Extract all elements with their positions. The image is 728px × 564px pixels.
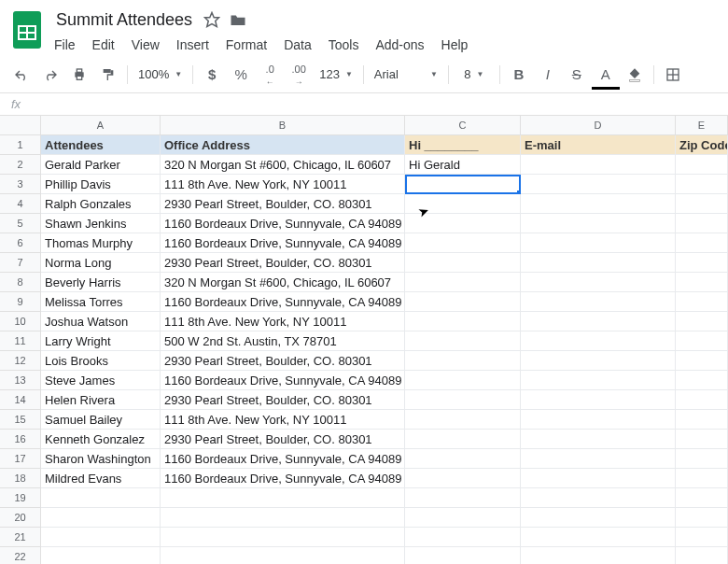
- cell[interactable]: [521, 469, 676, 488]
- menu-insert[interactable]: Insert: [176, 37, 209, 52]
- zoom-dropdown[interactable]: 100%▼: [133, 63, 188, 86]
- cell[interactable]: [676, 430, 728, 449]
- cell[interactable]: [676, 214, 728, 233]
- format-percent-button[interactable]: %: [227, 62, 255, 88]
- cell[interactable]: [676, 273, 728, 292]
- cell[interactable]: [405, 233, 521, 253]
- menu-help[interactable]: Help: [441, 37, 469, 52]
- cell[interactable]: [405, 449, 521, 469]
- cell[interactable]: [676, 351, 728, 371]
- cell[interactable]: [676, 508, 728, 528]
- cell[interactable]: [521, 155, 676, 175]
- cell[interactable]: Thomas Murphy: [41, 233, 161, 253]
- italic-button[interactable]: I: [534, 62, 562, 88]
- cell[interactable]: Beverly Harris: [41, 273, 161, 292]
- row-header[interactable]: 6: [0, 233, 41, 253]
- cell[interactable]: [676, 449, 728, 469]
- column-header-e[interactable]: E: [676, 116, 728, 135]
- decrease-decimal-button[interactable]: .0←: [256, 62, 284, 88]
- cell[interactable]: [405, 214, 521, 233]
- cell[interactable]: [405, 331, 521, 351]
- row-header[interactable]: 2: [0, 155, 41, 175]
- menu-tools[interactable]: Tools: [329, 37, 359, 52]
- cell[interactable]: [521, 233, 676, 253]
- formula-bar[interactable]: fx: [0, 93, 728, 116]
- cell[interactable]: [405, 390, 521, 410]
- cell[interactable]: [676, 194, 728, 214]
- cell[interactable]: [676, 488, 728, 508]
- cell[interactable]: 111 8th Ave. New York, NY 10011: [161, 312, 405, 331]
- cell[interactable]: [41, 508, 161, 528]
- cell[interactable]: Hi Gerald: [405, 155, 521, 175]
- cell[interactable]: Office Address: [161, 135, 405, 155]
- menu-addons[interactable]: Add-ons: [375, 37, 424, 52]
- cell[interactable]: [161, 547, 405, 564]
- cell[interactable]: Sharon Washington: [41, 449, 161, 469]
- cell[interactable]: [405, 528, 521, 547]
- cell[interactable]: [41, 547, 161, 564]
- cell[interactable]: [676, 253, 728, 273]
- cell[interactable]: [521, 351, 676, 371]
- cell[interactable]: Ralph Gonzales: [41, 194, 161, 214]
- cell[interactable]: [676, 410, 728, 430]
- cell[interactable]: Norma Long: [41, 253, 161, 273]
- cell[interactable]: [521, 331, 676, 351]
- row-header[interactable]: 10: [0, 312, 41, 331]
- cell[interactable]: [405, 351, 521, 371]
- row-header[interactable]: 17: [0, 449, 41, 469]
- borders-button[interactable]: [659, 62, 687, 88]
- row-header[interactable]: 16: [0, 430, 41, 449]
- select-all-corner[interactable]: [0, 116, 41, 135]
- paint-format-button[interactable]: [94, 62, 122, 88]
- cell[interactable]: [405, 253, 521, 273]
- cell[interactable]: [41, 488, 161, 508]
- cell[interactable]: Joshua Watson: [41, 312, 161, 331]
- menu-data[interactable]: Data: [284, 37, 312, 52]
- cell[interactable]: 320 N Morgan St #600, Chicago, IL 60607: [161, 155, 405, 175]
- row-header[interactable]: 1: [0, 135, 41, 155]
- font-family-dropdown[interactable]: Arial▼: [369, 63, 443, 86]
- increase-decimal-button[interactable]: .00→: [285, 62, 313, 88]
- cell[interactable]: 1160 Bordeaux Drive, Sunnyvale, CA 94089: [161, 371, 405, 390]
- cell[interactable]: [41, 528, 161, 547]
- cell[interactable]: [521, 292, 676, 312]
- cell[interactable]: [521, 430, 676, 449]
- format-currency-button[interactable]: $: [198, 62, 226, 88]
- cell[interactable]: Lois Brooks: [41, 351, 161, 371]
- cell[interactable]: [676, 390, 728, 410]
- cell[interactable]: Melissa Torres: [41, 292, 161, 312]
- cell[interactable]: Helen Rivera: [41, 390, 161, 410]
- cell[interactable]: [521, 488, 676, 508]
- redo-button[interactable]: [36, 62, 64, 88]
- cell[interactable]: 500 W 2nd St. Austin, TX 78701: [161, 331, 405, 351]
- cell[interactable]: [521, 508, 676, 528]
- cell[interactable]: Shawn Jenkins: [41, 214, 161, 233]
- strikethrough-button[interactable]: S: [563, 62, 591, 88]
- cell[interactable]: [405, 312, 521, 331]
- cell[interactable]: [405, 292, 521, 312]
- menu-file[interactable]: File: [54, 37, 76, 52]
- row-header[interactable]: 20: [0, 508, 41, 528]
- row-header[interactable]: 7: [0, 253, 41, 273]
- cell[interactable]: 2930 Pearl Street, Boulder, CO. 80301: [161, 430, 405, 449]
- menu-format[interactable]: Format: [226, 37, 267, 52]
- cell[interactable]: 1160 Bordeaux Drive, Sunnyvale, CA 94089: [161, 214, 405, 233]
- row-header[interactable]: 11: [0, 331, 41, 351]
- column-header-a[interactable]: A: [41, 116, 161, 135]
- cell[interactable]: [521, 371, 676, 390]
- cell[interactable]: 2930 Pearl Street, Boulder, CO. 80301: [161, 194, 405, 214]
- column-header-d[interactable]: D: [521, 116, 676, 135]
- cell[interactable]: 320 N Morgan St #600, Chicago, IL 60607: [161, 273, 405, 292]
- cell[interactable]: 2930 Pearl Street, Boulder, CO. 80301: [161, 253, 405, 273]
- cell[interactable]: [161, 528, 405, 547]
- column-header-b[interactable]: B: [161, 116, 405, 135]
- cell[interactable]: [521, 547, 676, 564]
- cell[interactable]: [405, 371, 521, 390]
- row-header[interactable]: 4: [0, 194, 41, 214]
- cell[interactable]: [676, 175, 728, 194]
- cell[interactable]: [676, 312, 728, 331]
- print-button[interactable]: [65, 62, 93, 88]
- row-header[interactable]: 12: [0, 351, 41, 371]
- row-header[interactable]: 3: [0, 175, 41, 194]
- cell[interactable]: [676, 331, 728, 351]
